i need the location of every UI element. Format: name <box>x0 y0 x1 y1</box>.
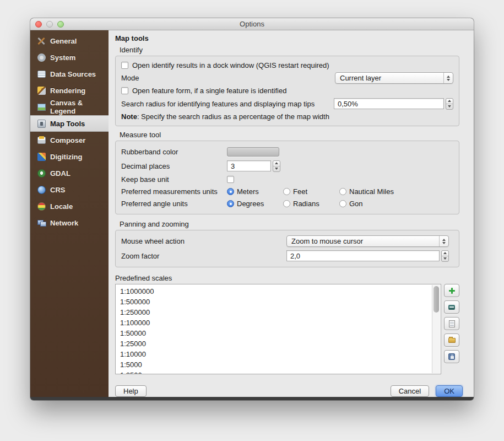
stepper-down-icon[interactable] <box>273 166 280 171</box>
radio-button-icon[interactable] <box>339 188 346 195</box>
radio-gon[interactable]: Gon <box>339 200 363 208</box>
stepper-up-icon[interactable] <box>442 251 448 256</box>
sidebar-item-system[interactable]: System <box>30 49 109 66</box>
decimal-places-value: 3 <box>231 162 235 170</box>
search-radius-input[interactable]: 0,50% <box>334 98 444 109</box>
zoom-factor-value: 2,0 <box>290 252 300 260</box>
canvas-legend-icon <box>37 103 46 112</box>
sidebar-item-label: CRS <box>50 186 65 194</box>
radio-radians-label: Radians <box>293 200 319 208</box>
rubberband-color-button[interactable] <box>227 147 279 157</box>
sidebar-item-canvas-legend[interactable]: Canvas & Legend <box>30 99 109 115</box>
sidebar-item-composer[interactable]: Composer <box>30 132 109 148</box>
zoom-factor-input[interactable]: 2,0 <box>286 250 440 261</box>
stepper-up-icon[interactable] <box>446 99 453 104</box>
measurement-units-label: Preferred measurements units <box>121 187 227 196</box>
list-item[interactable]: 1:250000 <box>120 307 430 318</box>
remove-scale-icon <box>448 305 455 310</box>
list-item[interactable]: 1:2500 <box>120 370 430 374</box>
list-item[interactable]: 1:10000 <box>120 349 430 359</box>
stepper-down-icon[interactable] <box>442 256 448 261</box>
search-radius-stepper[interactable] <box>446 98 453 110</box>
radio-nautical-miles[interactable]: Nautical Miles <box>339 187 394 196</box>
radio-meters-label: Meters <box>237 187 259 196</box>
sidebar-item-rendering[interactable]: Rendering <box>30 82 109 99</box>
zoom-factor-stepper[interactable] <box>441 250 449 262</box>
options-window: Options General System Data Sources <box>30 18 474 400</box>
radio-degrees-label: Degrees <box>237 200 264 208</box>
radio-button-icon[interactable] <box>339 200 346 207</box>
list-item[interactable]: 1:500000 <box>120 297 430 307</box>
list-item[interactable]: 1:25000 <box>120 338 430 349</box>
general-tools-icon <box>37 36 46 46</box>
remove-scale-button[interactable] <box>444 300 459 314</box>
decimal-places-stepper[interactable] <box>273 160 280 172</box>
sidebar-item-network[interactable]: Network <box>30 214 109 231</box>
chevron-updown-icon <box>439 236 448 246</box>
sidebar-item-label: Rendering <box>50 87 85 95</box>
sidebar-item-crs[interactable]: CRS <box>30 181 109 198</box>
identify-group: Open identify results in a dock window (… <box>115 56 459 126</box>
sidebar-item-general[interactable]: General <box>30 33 109 49</box>
panning-group-label: Panning and zooming <box>120 220 468 228</box>
radio-degrees[interactable]: Degrees <box>227 200 283 208</box>
sidebar-item-locale[interactable]: Locale <box>30 198 109 214</box>
composer-icon <box>37 136 46 145</box>
sidebar-item-label: Locale <box>50 202 73 211</box>
map-tools-icon <box>37 119 46 128</box>
radio-meters[interactable]: Meters <box>227 187 283 196</box>
radio-button-icon[interactable] <box>227 200 234 207</box>
radio-button-icon[interactable] <box>227 188 234 195</box>
sidebar-item-label: System <box>50 53 75 62</box>
mouse-wheel-action-select[interactable]: Zoom to mouse cursor <box>286 235 449 247</box>
radio-button-icon[interactable] <box>283 200 290 207</box>
sidebar-item-map-tools[interactable]: Map Tools <box>30 115 109 132</box>
mode-select-value: Current layer <box>335 74 443 82</box>
sidebar-item-data-sources[interactable]: Data Sources <box>30 66 109 82</box>
scrollbar-thumb[interactable] <box>433 286 439 313</box>
list-item[interactable]: 1:100000 <box>120 318 430 328</box>
sidebar-item-label: Composer <box>50 136 85 144</box>
decimal-places-input[interactable]: 3 <box>227 160 271 171</box>
dock-window-checkbox-label: Open identify results in a dock window (… <box>132 61 329 69</box>
search-radius-value: 0,50% <box>338 100 358 108</box>
radio-gon-label: Gon <box>349 200 363 208</box>
radio-feet[interactable]: Feet <box>283 187 339 196</box>
list-item[interactable]: 1:1000000 <box>120 286 430 297</box>
cancel-button[interactable]: Cancel <box>391 385 429 397</box>
scale-list[interactable]: 1:1000000 1:500000 1:250000 1:100000 1:5… <box>115 284 441 374</box>
help-button[interactable]: Help <box>115 385 147 397</box>
scrollbar[interactable] <box>432 285 440 373</box>
gdal-icon <box>37 169 46 178</box>
load-scales-button[interactable] <box>444 334 459 347</box>
dock-window-checkbox[interactable] <box>121 62 128 69</box>
list-item[interactable]: 1:50000 <box>120 328 430 338</box>
close-button[interactable] <box>35 21 42 28</box>
import-scales-button[interactable] <box>444 317 459 330</box>
save-scales-button[interactable] <box>444 350 459 363</box>
locale-icon <box>37 202 46 211</box>
keep-base-unit-checkbox[interactable] <box>227 176 234 183</box>
feature-form-checkbox[interactable] <box>121 87 128 94</box>
stepper-up-icon[interactable] <box>273 161 280 166</box>
sidebar-item-digitizing[interactable]: Digitizing <box>30 148 109 165</box>
stepper-down-icon[interactable] <box>446 104 453 109</box>
minimize-button[interactable] <box>46 21 53 28</box>
crs-globe-icon <box>37 185 46 195</box>
ok-button[interactable]: OK <box>436 385 463 397</box>
radio-button-icon[interactable] <box>283 188 290 195</box>
add-scale-button[interactable] <box>444 284 459 297</box>
sidebar-item-gdal[interactable]: GDAL <box>30 165 109 181</box>
note-prefix: Note <box>121 112 137 121</box>
identify-group-label: Identify <box>120 46 468 54</box>
chevron-updown-icon <box>443 73 453 83</box>
zoom-factor-label: Zoom factor <box>121 252 286 260</box>
options-sidebar: General System Data Sources Rendering Ca… <box>30 30 109 397</box>
list-item[interactable]: 1:5000 <box>120 359 430 370</box>
title-bar[interactable]: Options <box>30 18 474 30</box>
zoom-button[interactable] <box>57 21 64 28</box>
traffic-lights <box>35 21 64 28</box>
rubberband-color-label: Rubberband color <box>121 148 227 156</box>
mode-select[interactable]: Current layer <box>335 72 453 84</box>
radio-radians[interactable]: Radians <box>283 200 339 208</box>
